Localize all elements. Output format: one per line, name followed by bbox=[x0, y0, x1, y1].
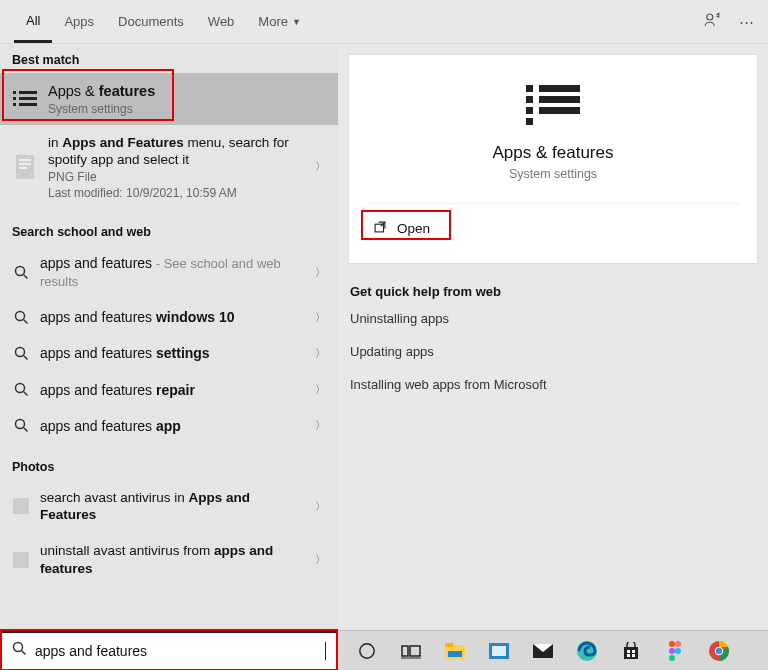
tab-more-label: More bbox=[258, 14, 288, 29]
png-result-type: PNG File bbox=[48, 170, 307, 184]
photo-icon bbox=[12, 552, 30, 568]
feedback-icon[interactable] bbox=[703, 11, 721, 32]
chevron-right-icon: 〉 bbox=[307, 552, 326, 567]
search-input[interactable] bbox=[35, 643, 325, 659]
chevron-right-icon: 〉 bbox=[307, 499, 326, 514]
taskbar-area bbox=[0, 630, 768, 670]
photo-result-text: search avast antivirus in Apps and Featu… bbox=[40, 489, 307, 524]
web-result-main[interactable]: apps and features - See school and web r… bbox=[0, 245, 338, 299]
svg-rect-39 bbox=[624, 647, 638, 659]
svg-point-45 bbox=[675, 641, 681, 647]
search-tabs: All Apps Documents Web More ▼ ⋯ bbox=[0, 0, 768, 44]
svg-rect-34 bbox=[448, 651, 462, 657]
svg-rect-29 bbox=[402, 646, 408, 656]
web-result-repair[interactable]: apps and features repair 〉 bbox=[0, 372, 338, 408]
svg-rect-30 bbox=[410, 646, 420, 656]
svg-rect-3 bbox=[13, 103, 16, 106]
web-result-settings[interactable]: apps and features settings 〉 bbox=[0, 335, 338, 371]
svg-rect-22 bbox=[539, 85, 580, 92]
chevron-down-icon: ▼ bbox=[292, 17, 301, 27]
svg-rect-20 bbox=[526, 107, 533, 114]
section-photos: Photos bbox=[0, 444, 338, 480]
web-result-text: apps and features bbox=[40, 255, 152, 271]
svg-rect-43 bbox=[632, 654, 635, 657]
detail-panel: Apps & features System settings Open Get… bbox=[338, 44, 768, 630]
svg-point-28 bbox=[360, 643, 374, 657]
photo-icon bbox=[12, 498, 30, 514]
chevron-right-icon: 〉 bbox=[307, 382, 326, 397]
svg-rect-24 bbox=[539, 107, 580, 114]
image-file-icon bbox=[12, 155, 38, 179]
taskbar-cortana-icon[interactable] bbox=[356, 640, 378, 662]
search-icon bbox=[12, 310, 30, 325]
search-icon bbox=[12, 641, 27, 660]
taskbar-edge-icon[interactable] bbox=[576, 640, 598, 662]
chevron-right-icon: 〉 bbox=[307, 265, 326, 280]
taskbar-taskview-icon[interactable] bbox=[400, 640, 422, 662]
help-link-install-web[interactable]: Installing web apps from Microsoft bbox=[350, 377, 756, 392]
svg-point-11 bbox=[15, 266, 24, 275]
taskbar-figma-icon[interactable] bbox=[664, 640, 686, 662]
settings-list-icon bbox=[12, 89, 38, 109]
search-icon bbox=[12, 265, 30, 280]
search-box[interactable] bbox=[0, 631, 338, 671]
svg-point-27 bbox=[14, 643, 23, 652]
result-apps-and-features[interactable]: Apps & features System settings bbox=[0, 73, 338, 125]
search-icon bbox=[12, 346, 30, 361]
svg-point-47 bbox=[675, 648, 681, 654]
help-heading: Get quick help from web bbox=[350, 284, 756, 299]
search-icon bbox=[12, 418, 30, 433]
open-button[interactable]: Open bbox=[367, 218, 436, 239]
open-label: Open bbox=[397, 221, 430, 236]
tab-documents[interactable]: Documents bbox=[106, 0, 196, 43]
taskbar-store-icon[interactable] bbox=[620, 640, 642, 662]
svg-rect-42 bbox=[627, 654, 630, 657]
result-subtitle: System settings bbox=[48, 102, 326, 116]
svg-rect-1 bbox=[13, 91, 16, 94]
web-result-app[interactable]: apps and features app 〉 bbox=[0, 408, 338, 444]
help-link-uninstall[interactable]: Uninstalling apps bbox=[350, 311, 756, 326]
taskbar-screenshot-icon[interactable] bbox=[488, 640, 510, 662]
svg-rect-8 bbox=[19, 159, 31, 161]
more-options-icon[interactable]: ⋯ bbox=[739, 13, 754, 31]
svg-rect-33 bbox=[445, 643, 453, 647]
svg-rect-10 bbox=[19, 167, 27, 169]
result-png-file[interactable]: in Apps and Features menu, search for sp… bbox=[0, 125, 338, 209]
svg-point-0 bbox=[707, 14, 713, 20]
svg-point-52 bbox=[716, 647, 722, 653]
photo-result-2[interactable]: uninstall avast antivirus from apps and … bbox=[0, 533, 338, 586]
png-result-title: in Apps and Features menu, search for sp… bbox=[48, 134, 307, 169]
results-list: Best match Apps & features System settin… bbox=[0, 44, 338, 630]
web-result-text: apps and features windows 10 bbox=[40, 308, 307, 326]
web-result-windows10[interactable]: apps and features windows 10 〉 bbox=[0, 299, 338, 335]
taskbar-mail-icon[interactable] bbox=[532, 640, 554, 662]
tab-apps[interactable]: Apps bbox=[52, 0, 106, 43]
svg-rect-21 bbox=[526, 118, 533, 125]
svg-rect-6 bbox=[19, 103, 37, 106]
taskbar-file-explorer-icon[interactable] bbox=[444, 640, 466, 662]
photo-result-text: uninstall avast antivirus from apps and … bbox=[40, 542, 307, 577]
svg-rect-5 bbox=[19, 97, 37, 100]
help-link-update[interactable]: Updating apps bbox=[350, 344, 756, 359]
web-result-text: apps and features repair bbox=[40, 381, 307, 399]
chevron-right-icon: 〉 bbox=[307, 310, 326, 325]
tab-web[interactable]: Web bbox=[196, 0, 247, 43]
tab-all[interactable]: All bbox=[14, 0, 52, 43]
tab-more[interactable]: More ▼ bbox=[246, 0, 313, 43]
result-title: Apps & features bbox=[48, 82, 326, 101]
svg-rect-9 bbox=[19, 163, 31, 165]
web-result-text: apps and features settings bbox=[40, 344, 307, 362]
svg-point-13 bbox=[15, 347, 24, 356]
chevron-right-icon: 〉 bbox=[307, 159, 326, 174]
detail-subtitle: System settings bbox=[509, 167, 597, 181]
section-search-web: Search school and web bbox=[0, 209, 338, 245]
search-icon bbox=[12, 382, 30, 397]
taskbar-chrome-icon[interactable] bbox=[708, 640, 730, 662]
text-cursor bbox=[325, 642, 326, 660]
svg-rect-16 bbox=[13, 498, 29, 514]
taskbar bbox=[338, 640, 768, 662]
photo-result-1[interactable]: search avast antivirus in Apps and Featu… bbox=[0, 480, 338, 533]
section-best-match: Best match bbox=[0, 44, 338, 73]
svg-point-14 bbox=[15, 384, 24, 393]
svg-rect-19 bbox=[526, 96, 533, 103]
